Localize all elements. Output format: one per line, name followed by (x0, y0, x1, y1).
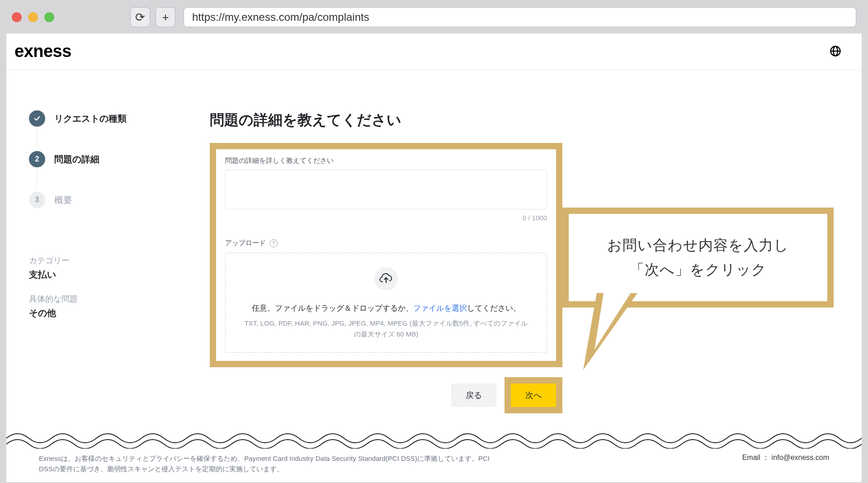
form-highlight-box: 問題の詳細を詳しく教えてください 0 / 1000 アップロード ? (210, 143, 562, 367)
category-value: 支払い (29, 269, 210, 281)
step-label: リクエストの種類 (54, 113, 127, 125)
dropzone-hint: TXT, LOG, PDF, HAR, PNG, JPG, JPEG, MP4,… (244, 318, 528, 340)
instruction-callout: お問い合わせ内容を入力し 「次へ」をクリック (562, 208, 834, 308)
plus-icon: + (162, 10, 169, 24)
back-button[interactable]: 戻る (451, 384, 496, 407)
problem-detail-input[interactable] (225, 170, 547, 209)
url-text: https://my.exness.com/pa/complaints (192, 11, 369, 24)
char-count: 0 / 1000 (225, 214, 547, 222)
cloud-icon-wrap (374, 267, 398, 290)
detail-label: 問題の詳細を詳しく教えてください (225, 156, 547, 165)
reload-button[interactable]: ⟳ (130, 7, 150, 27)
issue-value: その他 (29, 307, 210, 319)
next-button-highlight: 次へ (505, 377, 562, 413)
step-list: リクエストの種類 2 問題の詳細 3 概要 (29, 110, 210, 214)
upload-label: アップロード (225, 239, 266, 247)
page: exness リクエストの種類 (6, 33, 862, 482)
step-summary: 3 概要 (29, 174, 210, 214)
sidebar-meta: カテゴリー 支払い 具体的な問題 その他 (29, 255, 210, 319)
callout-text: お問い合わせ内容を入力し 「次へ」をクリック (584, 233, 812, 282)
file-select-link[interactable]: ファイルを選択 (413, 304, 467, 313)
upload-section: アップロード ? 任意。ファイルをドラッグ＆ドロップするか、ファイルを選択してく… (225, 239, 547, 353)
footer: Exnessは、お客様のセキュリティとプライバシーを確保するため、Payment… (6, 449, 862, 483)
reload-icon: ⟳ (135, 10, 145, 24)
page-title: 問題の詳細を教えてください (210, 110, 562, 130)
new-tab-button[interactable]: + (156, 7, 175, 27)
check-icon (33, 114, 41, 123)
step-label: 問題の詳細 (54, 153, 99, 166)
site-header: exness (6, 33, 862, 70)
globe-icon (829, 45, 842, 57)
issue-label: 具体的な問題 (29, 294, 210, 304)
step-future-circle: 3 (29, 192, 45, 208)
step-done-circle (29, 110, 45, 127)
step-label: 概要 (54, 194, 72, 206)
dropzone-text: 任意。ファイルをドラッグ＆ドロップするか、ファイルを選択してください。 (244, 303, 528, 313)
maximize-window-button[interactable] (44, 12, 54, 22)
sidebar: リクエストの種類 2 問題の詳細 3 概要 カテゴリー 支払い 具体的な問題 そ… (29, 110, 210, 413)
file-dropzone[interactable]: 任意。ファイルをドラッグ＆ドロップするか、ファイルを選択してください。 TXT,… (225, 253, 547, 353)
help-icon[interactable]: ? (269, 239, 278, 247)
next-button[interactable]: 次へ (511, 384, 556, 407)
language-button[interactable] (829, 45, 843, 58)
cloud-upload-icon (379, 273, 393, 284)
url-bar[interactable]: https://my.exness.com/pa/complaints (184, 7, 856, 27)
button-row: 戻る 次へ (210, 377, 562, 413)
minimize-window-button[interactable] (28, 12, 38, 22)
footer-email-value[interactable]: info@exness.com (772, 454, 829, 461)
window-controls (12, 12, 54, 22)
browser-chrome: ⟳ + https://my.exness.com/pa/complaints (0, 0, 868, 33)
footer-email: Email ： info@exness.com (742, 453, 829, 463)
close-window-button[interactable] (12, 12, 22, 22)
form-content: 問題の詳細を教えてください 問題の詳細を詳しく教えてください 0 / 1000 … (210, 110, 562, 413)
step-problem-detail[interactable]: 2 問題の詳細 (29, 133, 210, 174)
category-label: カテゴリー (29, 255, 210, 266)
step-current-circle: 2 (29, 151, 45, 167)
logo[interactable]: exness (14, 42, 71, 61)
compliance-text: Exnessは、お客様のセキュリティとプライバシーを確保するため、Payment… (39, 453, 491, 474)
step-request-type[interactable]: リクエストの種類 (29, 110, 210, 133)
wave-separator (6, 427, 862, 450)
